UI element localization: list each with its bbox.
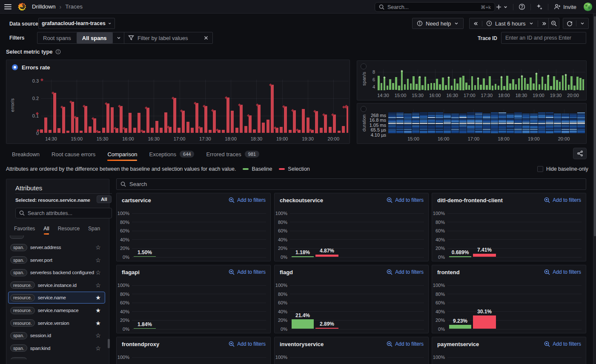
add-to-filters-button[interactable]: Add to filters — [544, 197, 581, 203]
add-to-filters-button[interactable]: Add to filters — [229, 269, 266, 275]
attribute-row-service.name[interactable]: resource.service.name★ — [8, 292, 105, 304]
time-range-button[interactable]: Last 6 hours — [482, 20, 538, 27]
add-to-filters-button[interactable]: Add to filters — [387, 341, 424, 347]
heatmap-cell — [420, 118, 427, 119]
tab-exceptions[interactable]: Exceptions644 — [143, 147, 200, 161]
selection-bar-label: 2.89% — [314, 321, 340, 327]
help-button[interactable] — [516, 0, 528, 14]
spans-rate-radio[interactable] — [361, 63, 367, 69]
heatmap-cell — [507, 129, 514, 130]
heatmap-cell — [483, 131, 490, 132]
mini-y-tick: 100% — [432, 211, 445, 216]
breadcrumb-app[interactable]: Drilldown — [32, 3, 56, 10]
heatmap-cell — [467, 126, 475, 127]
mini-y-tick: 100% — [275, 211, 287, 216]
attributes-search-input[interactable]: Search attributes... — [15, 208, 112, 218]
star-filled-icon[interactable]: ★ — [95, 307, 101, 314]
attributes-scrollbar[interactable] — [108, 339, 110, 348]
add-to-filters-button[interactable]: Add to filters — [387, 197, 424, 203]
heatmap-cell — [499, 116, 506, 117]
heatmap-cell — [420, 122, 427, 123]
datasource-select[interactable]: grafanacloud-learn-traces — [38, 18, 115, 29]
breadcrumb-page[interactable]: Traces — [65, 3, 83, 10]
label-filter-input[interactable]: Filter by label values — [124, 32, 213, 44]
tab-root-cause-errors[interactable]: Root cause errors — [46, 147, 101, 161]
heatmap-cell — [412, 118, 420, 119]
attribute-row-session.id[interactable]: span.session.id☆ — [8, 330, 105, 341]
attributes-title: Attributes — [15, 184, 42, 192]
duration-radio[interactable] — [361, 106, 367, 112]
attribute-row-server.port[interactable]: span.server.port☆ — [8, 254, 105, 266]
share-button[interactable] — [573, 148, 587, 159]
zoom-out-time-button[interactable] — [548, 18, 559, 29]
add-to-filters-button[interactable]: Add to filters — [544, 341, 581, 347]
page-scrollbar[interactable] — [593, 14, 596, 364]
heatmap-cell — [388, 123, 396, 124]
star-outline-icon[interactable]: ☆ — [95, 257, 101, 264]
clear-filter-icon[interactable] — [203, 35, 209, 40]
menu-toggle-icon[interactable] — [0, 0, 16, 14]
invite-button[interactable]: Invite — [550, 3, 580, 10]
star-filled-icon[interactable]: ★ — [95, 320, 101, 327]
tab-breakdown[interactable]: Breakdown — [6, 147, 46, 161]
attribute-row-service.namespace[interactable]: resource.service.namespace★ — [8, 304, 105, 316]
hide-baseline-checkbox[interactable] — [537, 166, 543, 172]
star-outline-icon[interactable]: ☆ — [95, 244, 101, 251]
heatmap-cell — [538, 114, 546, 115]
star-outline-icon[interactable]: ☆ — [95, 345, 101, 352]
span-bar — [398, 86, 400, 90]
tab-errored-traces[interactable]: Errored traces981 — [200, 147, 265, 161]
time-shift-back-button[interactable] — [470, 21, 482, 26]
ai-assistant-button[interactable] — [533, 0, 546, 14]
scope-option-root-spans[interactable]: Root spans — [37, 32, 77, 43]
heatmap-cell — [491, 128, 499, 129]
comparison-search-placeholder: Search — [129, 181, 147, 187]
heatmap-cell — [483, 116, 490, 117]
star-filled-icon[interactable]: ★ — [95, 294, 101, 301]
add-to-filters-button[interactable]: Add to filters — [229, 341, 266, 347]
heatmap-cell — [530, 116, 538, 117]
error-bar — [307, 118, 309, 133]
errors-rate-radio[interactable] — [12, 64, 18, 70]
scope-dropdown-button[interactable] — [112, 32, 125, 43]
attributes-tab-span[interactable]: Span — [84, 223, 104, 235]
attributes-tab-favorites[interactable]: Favorites — [10, 223, 39, 235]
star-outline-icon[interactable]: ☆ — [95, 269, 101, 276]
attribute-row-service.instance.id[interactable]: resource.service.instance.id☆ — [8, 279, 105, 291]
error-bar — [57, 128, 60, 133]
new-item-button[interactable] — [493, 0, 511, 14]
span-bar — [468, 85, 470, 90]
attribute-row-serverless backend configured[interactable]: span.serverless backend configured☆ — [8, 267, 105, 278]
search-plus-icon — [229, 269, 235, 275]
need-help-button[interactable]: Need help — [412, 18, 464, 29]
add-to-filters-button[interactable]: Add to filters — [544, 269, 581, 275]
trace-id-input[interactable]: Enter an ID and press Enter — [501, 32, 586, 44]
info-circle-icon[interactable] — [55, 49, 61, 54]
span-bar — [430, 83, 433, 90]
attribute-row-server.address[interactable]: span.server.address☆ — [8, 241, 105, 253]
attribute-row-partial[interactable]: span. — [8, 355, 105, 359]
heatmap-cell — [444, 131, 451, 132]
comparison-search-input[interactable]: Search — [116, 178, 586, 190]
scope-option-all-spans[interactable]: All spans — [77, 32, 112, 43]
star-outline-icon[interactable]: ☆ — [95, 332, 101, 339]
add-to-filters-button[interactable]: Add to filters — [229, 197, 266, 203]
mini-y-tick: 100% — [275, 283, 287, 288]
refresh-button[interactable] — [563, 20, 576, 26]
tab-count-badge: 644 — [180, 151, 194, 158]
add-to-filters-button[interactable]: Add to filters — [387, 269, 424, 275]
attribute-row-span:kind[interactable]: span.span:kind☆ — [8, 342, 105, 354]
tab-comparison[interactable]: Comparison — [101, 147, 143, 161]
attributes-all-button[interactable]: All — [97, 195, 112, 203]
user-avatar[interactable] — [583, 2, 593, 11]
attributes-tab-resource[interactable]: Resource — [54, 223, 84, 235]
star-outline-icon[interactable]: ☆ — [95, 282, 101, 289]
attributes-tab-all[interactable]: All — [39, 223, 53, 235]
refresh-interval-button[interactable] — [576, 21, 588, 26]
global-search-input[interactable]: Search... ⌘+k — [375, 2, 495, 12]
page-scrollbar-thumb[interactable] — [594, 16, 596, 236]
attribute-row-service.version[interactable]: resource.service.version★ — [8, 317, 105, 329]
y-tick-label: 1.05 ms — [367, 123, 386, 128]
grafana-logo-icon[interactable] — [18, 2, 27, 11]
heatmap-cell — [467, 120, 475, 120]
